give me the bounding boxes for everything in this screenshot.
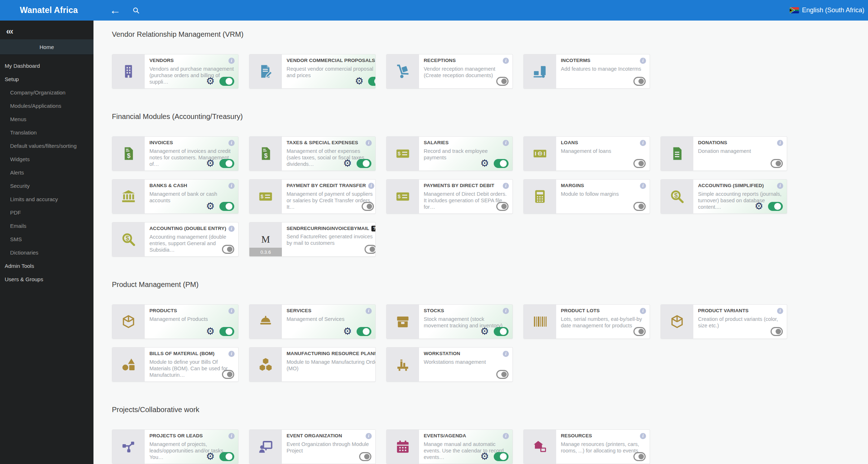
search-icon[interactable] xyxy=(132,7,140,14)
module-title: EVENTS/AGENDA xyxy=(424,433,466,438)
sidebar-item-widgets[interactable]: Widgets xyxy=(0,153,93,166)
module-toggle-on[interactable] xyxy=(219,77,234,86)
settings-gear-icon[interactable]: ⚙ xyxy=(480,327,489,336)
module-toggle-on[interactable] xyxy=(219,452,234,461)
module-toggle-off[interactable] xyxy=(222,245,234,254)
settings-gear-icon[interactable]: ⚙ xyxy=(343,327,352,336)
module-toggle-off[interactable] xyxy=(633,159,646,168)
sidebar-item-admin-tools[interactable]: Admin Tools xyxy=(0,259,93,273)
info-icon[interactable]: i xyxy=(228,58,235,64)
info-icon[interactable]: i xyxy=(228,351,235,357)
app-title: Wanatel Africa xyxy=(20,5,78,15)
module-toggle-off[interactable] xyxy=(222,370,234,379)
module-icon-strip xyxy=(112,54,145,88)
module-toggle-off[interactable] xyxy=(633,202,646,211)
module-toggle-off[interactable] xyxy=(496,202,509,211)
module-card-workstation: WORKSTATIONiWorkstations management xyxy=(386,347,513,382)
sidebar-item-menus[interactable]: Menus xyxy=(0,112,93,126)
module-toggle-on[interactable] xyxy=(368,77,376,86)
info-icon[interactable]: i xyxy=(640,183,646,189)
info-icon[interactable]: i xyxy=(503,140,509,146)
module-toggle-off[interactable] xyxy=(771,159,783,168)
module-controls: ⚙ xyxy=(206,327,234,336)
info-icon[interactable]: i xyxy=(640,58,646,64)
module-toggle-on[interactable] xyxy=(494,452,509,461)
info-icon[interactable]: i xyxy=(640,433,646,439)
info-icon[interactable]: i xyxy=(366,433,372,439)
settings-gear-icon[interactable]: ⚙ xyxy=(755,202,763,211)
settings-gear-icon[interactable]: ⚙ xyxy=(206,77,215,86)
settings-gear-icon[interactable]: ⚙ xyxy=(206,159,215,168)
module-toggle-off[interactable] xyxy=(633,452,646,461)
info-icon[interactable]: i xyxy=(777,140,783,146)
module-controls xyxy=(633,327,646,336)
module-toggle-on[interactable] xyxy=(768,202,783,211)
module-toggle-on[interactable] xyxy=(219,159,234,168)
sidebar-item-modules-applications[interactable]: Modules/Applications xyxy=(0,99,93,112)
info-icon[interactable]: i xyxy=(228,308,235,314)
module-toggle-on[interactable] xyxy=(494,327,509,336)
settings-gear-icon[interactable]: ⚙ xyxy=(206,327,215,336)
sidebar-item-users-groups[interactable]: Users & Groups xyxy=(0,273,93,286)
info-icon[interactable]: i xyxy=(777,308,783,314)
info-icon[interactable]: i xyxy=(366,308,372,314)
sidebar-item-alerts[interactable]: Alerts xyxy=(0,166,93,179)
sidebar-item-company-organization[interactable]: Company/Organization xyxy=(0,86,93,99)
sidebar-item-default-values-filters-sorting[interactable]: Default values/filters/sorting xyxy=(0,139,93,153)
module-card-body: SALARIESiRecord and track employee payme… xyxy=(419,137,512,171)
module-toggle-off[interactable] xyxy=(633,327,646,336)
module-toggle-on[interactable] xyxy=(219,327,234,336)
settings-gear-icon[interactable]: ⚙ xyxy=(343,159,352,168)
sidebar-item-home[interactable]: Home xyxy=(0,39,93,55)
module-title-row: PRODUCT VARIANTSi xyxy=(698,308,783,314)
collapse-sidebar-icon[interactable]: ‹‹‹ xyxy=(0,21,93,39)
settings-gear-icon[interactable]: ⚙ xyxy=(206,202,215,211)
info-icon[interactable]: i xyxy=(228,140,235,146)
help-icon[interactable]: ? xyxy=(371,226,376,231)
settings-gear-icon[interactable]: ⚙ xyxy=(355,77,363,86)
sidebar-item-emails[interactable]: Emails xyxy=(0,219,93,233)
settings-gear-icon[interactable]: ⚙ xyxy=(480,159,489,168)
sidebar-item-setup[interactable]: Setup xyxy=(0,72,93,86)
info-icon[interactable]: i xyxy=(503,183,509,189)
info-icon[interactable]: i xyxy=(503,351,509,357)
sidebar-item-my-dashboard[interactable]: My Dashboard xyxy=(0,59,93,72)
info-icon[interactable]: i xyxy=(503,308,509,314)
info-icon[interactable]: i xyxy=(640,308,646,314)
module-toggle-off[interactable] xyxy=(362,202,374,211)
info-icon[interactable]: i xyxy=(228,433,235,439)
back-arrow-icon[interactable]: ← xyxy=(110,5,121,16)
info-icon[interactable]: i xyxy=(228,183,235,189)
settings-gear-icon[interactable]: ⚙ xyxy=(206,452,215,461)
module-title: INCOTERMS xyxy=(561,58,590,63)
settings-gear-icon[interactable]: ⚙ xyxy=(480,452,489,461)
module-toggle-off[interactable] xyxy=(771,327,783,336)
module-toggle-off[interactable] xyxy=(496,370,509,379)
module-toggle-on[interactable] xyxy=(219,202,234,211)
sidebar-item-translation[interactable]: Translation xyxy=(0,126,93,139)
module-toggle-on[interactable] xyxy=(357,327,371,336)
sidebar-item-security[interactable]: Security xyxy=(0,179,93,193)
module-grid: PROJECTS OR LEADSiManagement of projects… xyxy=(112,429,868,464)
sidebar-item-pdf[interactable]: PDF xyxy=(0,206,93,219)
sidebar-item-dictionaries[interactable]: Dictionaries xyxy=(0,246,93,259)
module-toggle-off[interactable] xyxy=(359,452,371,461)
info-icon[interactable]: i xyxy=(640,140,646,146)
module-card-products: PRODUCTSiManagement of Products⚙ xyxy=(112,304,239,339)
module-toggle-on[interactable] xyxy=(357,159,371,168)
info-icon[interactable]: i xyxy=(228,226,235,232)
info-icon[interactable]: i xyxy=(368,183,374,189)
module-title: MARGINS xyxy=(561,183,584,188)
sidebar-item-limits-and-accuracy[interactable]: Limits and accuracy xyxy=(0,193,93,206)
info-icon[interactable]: i xyxy=(503,58,509,64)
sidebar-item-sms[interactable]: SMS xyxy=(0,233,93,246)
module-toggle-off[interactable] xyxy=(496,77,509,86)
info-icon[interactable]: i xyxy=(366,140,372,146)
language-selector[interactable]: English (South Africa) xyxy=(790,6,864,14)
section-product-management-pm: Product Management (PM)PRODUCTSiManageme… xyxy=(112,280,868,382)
info-icon[interactable]: i xyxy=(503,433,509,439)
module-toggle-off[interactable] xyxy=(633,77,646,86)
module-toggle-on[interactable] xyxy=(494,159,509,168)
info-icon[interactable]: i xyxy=(777,183,783,189)
module-toggle-off[interactable] xyxy=(365,245,376,254)
